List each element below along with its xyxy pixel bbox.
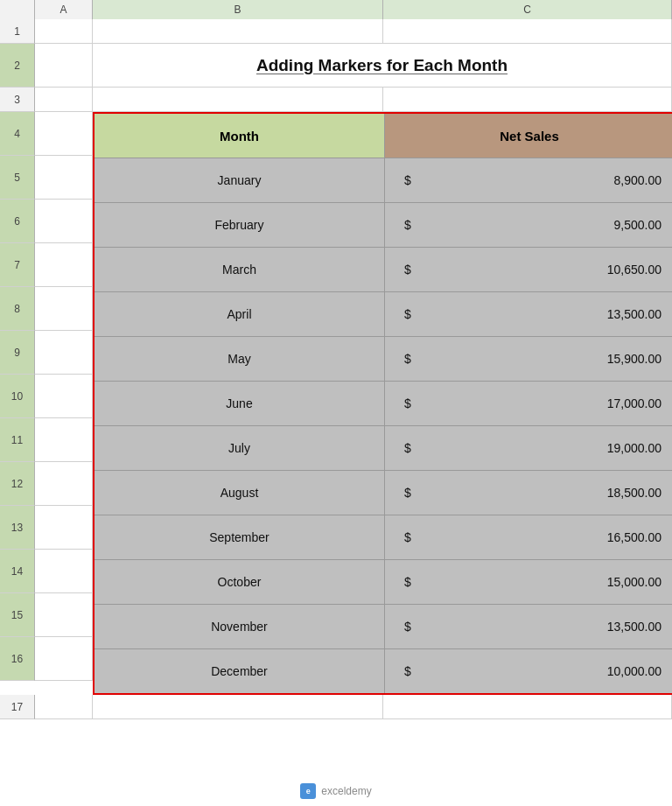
header-month-cell: Month bbox=[94, 114, 385, 158]
month-cell: January bbox=[94, 158, 385, 202]
dollar-sign: $ bbox=[385, 307, 411, 321]
data-table-wrapper: Month Net Sales January$8,900.00February… bbox=[93, 112, 672, 695]
cell-17a bbox=[35, 695, 93, 719]
cell-8a bbox=[35, 287, 93, 331]
footer: e exceldemy bbox=[0, 783, 672, 799]
cell-1a bbox=[35, 19, 93, 44]
month-cell: September bbox=[94, 515, 385, 559]
month-header-label: Month bbox=[220, 129, 259, 144]
cell-3b bbox=[93, 88, 383, 112]
month-cell: April bbox=[94, 292, 385, 336]
row-num-12: 12 bbox=[0, 462, 35, 506]
amount-value: 15,900.00 bbox=[607, 352, 672, 366]
col-header-c: C bbox=[383, 0, 672, 19]
sales-cell: $10,650.00 bbox=[385, 248, 672, 291]
cell-15a bbox=[35, 593, 93, 637]
col-a-block bbox=[35, 112, 93, 695]
cell-9a bbox=[35, 331, 93, 375]
table-row: December$10,000.00 bbox=[94, 649, 672, 693]
corner-cell bbox=[0, 0, 35, 19]
row-num-4: 4 bbox=[0, 112, 35, 156]
amount-value: 17,000.00 bbox=[607, 396, 672, 410]
row-num-6: 6 bbox=[0, 200, 35, 243]
cell-3a bbox=[35, 88, 93, 112]
month-cell: May bbox=[94, 337, 385, 381]
month-cell: October bbox=[94, 560, 385, 604]
sales-cell: $15,000.00 bbox=[385, 560, 672, 604]
table-row: March$10,650.00 bbox=[94, 248, 672, 292]
amount-value: 9,500.00 bbox=[614, 218, 673, 232]
row-num-7: 7 bbox=[0, 243, 35, 287]
cell-4a bbox=[35, 112, 93, 156]
cell-12a bbox=[35, 462, 93, 506]
amount-value: 18,500.00 bbox=[607, 486, 672, 500]
dollar-sign: $ bbox=[385, 352, 411, 366]
row-num-16: 16 bbox=[0, 637, 35, 681]
month-cell: August bbox=[94, 471, 385, 515]
sales-cell: $8,900.00 bbox=[385, 158, 672, 202]
row-num-17: 17 bbox=[0, 695, 35, 719]
cell-17c bbox=[383, 695, 672, 719]
sales-cell: $18,500.00 bbox=[385, 471, 672, 515]
dollar-sign: $ bbox=[385, 620, 411, 634]
table-row: November$13,500.00 bbox=[94, 605, 672, 649]
table-row: October$15,000.00 bbox=[94, 560, 672, 605]
sales-cell: $9,500.00 bbox=[385, 203, 672, 247]
dollar-sign: $ bbox=[385, 441, 411, 455]
table-row: July$19,000.00 bbox=[94, 426, 672, 471]
cell-5a bbox=[35, 156, 93, 200]
amount-value: 13,500.00 bbox=[607, 307, 672, 321]
row-3: 3 bbox=[0, 88, 672, 112]
row-2: 2 Adding Markers for Each Month bbox=[0, 44, 672, 88]
row-num-2: 2 bbox=[0, 44, 35, 88]
footer-text: exceldemy bbox=[321, 785, 371, 797]
row-num-10: 10 bbox=[0, 375, 35, 418]
table-row: May$15,900.00 bbox=[94, 337, 672, 382]
sales-cell: $17,000.00 bbox=[385, 382, 672, 425]
sales-cell: $19,000.00 bbox=[385, 426, 672, 470]
row-num-13: 13 bbox=[0, 506, 35, 550]
row-num-14: 14 bbox=[0, 550, 35, 593]
table-row: January$8,900.00 bbox=[94, 158, 672, 203]
month-cell: June bbox=[94, 382, 385, 425]
table-row: April$13,500.00 bbox=[94, 292, 672, 337]
month-cell: November bbox=[94, 605, 385, 648]
month-cell: February bbox=[94, 203, 385, 247]
amount-value: 10,000.00 bbox=[607, 664, 672, 678]
dollar-sign: $ bbox=[385, 396, 411, 410]
spreadsheet: A B C 1 2 Adding Markers for Each Month … bbox=[0, 0, 672, 719]
table-row: September$16,500.00 bbox=[94, 515, 672, 560]
cell-11a bbox=[35, 418, 93, 462]
page-title: Adding Markers for Each Month bbox=[256, 56, 508, 75]
amount-value: 8,900.00 bbox=[614, 173, 673, 187]
cell-14a bbox=[35, 550, 93, 593]
cell-1c bbox=[383, 19, 672, 44]
sales-cell: $16,500.00 bbox=[385, 515, 672, 559]
amount-value: 10,650.00 bbox=[607, 263, 672, 277]
row-17: 17 bbox=[0, 695, 672, 719]
row-1: 1 bbox=[0, 19, 672, 44]
cell-13a bbox=[35, 506, 93, 550]
amount-value: 15,000.00 bbox=[607, 575, 672, 589]
dollar-sign: $ bbox=[385, 263, 411, 277]
sales-cell: $13,500.00 bbox=[385, 292, 672, 336]
row-num-15: 15 bbox=[0, 593, 35, 637]
dollar-sign: $ bbox=[385, 664, 411, 678]
cell-3c bbox=[383, 88, 672, 112]
row-numbers-block: 45678910111213141516 bbox=[0, 112, 35, 695]
sales-cell: $13,500.00 bbox=[385, 605, 672, 648]
row-num-11: 11 bbox=[0, 418, 35, 462]
dollar-sign: $ bbox=[385, 530, 411, 544]
col-header-b: B bbox=[93, 0, 383, 19]
cell-2a bbox=[35, 44, 93, 88]
col-header-a: A bbox=[35, 0, 93, 19]
table-row: June$17,000.00 bbox=[94, 382, 672, 426]
table-section: 45678910111213141516 Month Net Sales Jan… bbox=[0, 112, 672, 695]
cell-10a bbox=[35, 375, 93, 418]
row-num-5: 5 bbox=[0, 156, 35, 200]
row-num-8: 8 bbox=[0, 287, 35, 331]
row-num-1: 1 bbox=[0, 19, 35, 44]
cell-1b bbox=[93, 19, 383, 44]
cell-7a bbox=[35, 243, 93, 287]
title-cell: Adding Markers for Each Month bbox=[93, 44, 672, 88]
